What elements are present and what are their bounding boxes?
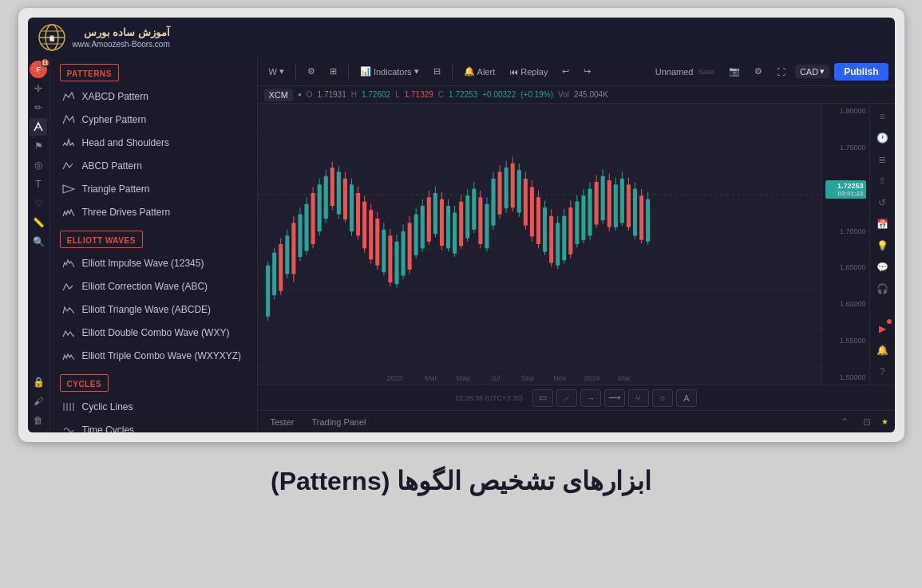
head-shoulders-item[interactable]: Head and Shoulders bbox=[53, 132, 254, 154]
layers-icon[interactable]: ≣ bbox=[873, 150, 892, 169]
clock-icon[interactable]: 🕐 bbox=[873, 128, 892, 148]
pen-icon[interactable]: ✏ bbox=[30, 99, 47, 116]
three-drives-label: Three Drives Pattern bbox=[82, 207, 171, 218]
share-icon[interactable]: ⇧ bbox=[873, 172, 892, 191]
high-val: 1.72602 bbox=[362, 90, 390, 99]
bottom-bar: Tester Trading Panel ⌃ ⊡ ★ bbox=[258, 410, 895, 432]
lightbulb-icon[interactable]: 💡 bbox=[873, 236, 892, 255]
live-dot: ● bbox=[298, 91, 302, 98]
fork-draw-btn[interactable]: ⑂ bbox=[628, 389, 649, 407]
ruler-icon[interactable]: 📏 bbox=[30, 214, 47, 231]
calendar-icon[interactable]: 📅 bbox=[873, 215, 892, 234]
headset-icon[interactable]: 🎧 bbox=[873, 279, 892, 298]
cycles-section-header-wrap: CYCLES bbox=[50, 368, 257, 395]
alert-btn[interactable]: 🔔 Alert bbox=[459, 64, 501, 79]
avatar-icon[interactable]: F 11 bbox=[30, 61, 47, 78]
unnamed-btn[interactable]: Unnamed Save bbox=[651, 65, 719, 79]
undo-btn[interactable]: ↩ bbox=[557, 64, 574, 79]
timeframe-btn[interactable]: W ▾ bbox=[264, 64, 289, 79]
layout-btn[interactable]: ⊞ bbox=[325, 64, 342, 79]
play-icon[interactable]: ▶ bbox=[873, 319, 892, 338]
triple-combo-icon bbox=[61, 349, 76, 363]
elliott-correction-item[interactable]: Elliott Correction Wave (ABC) bbox=[53, 275, 254, 298]
crosshair-icon[interactable]: ✛ bbox=[30, 80, 47, 97]
tester-tab[interactable]: Tester bbox=[264, 416, 301, 428]
chart-svg: 2023 Mar May Jul Sep Nov 2024 Mar bbox=[258, 104, 821, 385]
trading-panel-tab[interactable]: Trading Panel bbox=[305, 416, 372, 428]
replay-btn[interactable]: ⏮ Replay bbox=[505, 65, 552, 79]
collapse-btn[interactable]: ⌃ bbox=[835, 412, 854, 432]
abcd-pattern-item[interactable]: ABCD Pattern bbox=[53, 155, 254, 177]
cyclic-lines-item[interactable]: Cyclic Lines bbox=[53, 396, 254, 418]
redo-btn[interactable]: ↪ bbox=[579, 64, 596, 79]
xabcd-pattern-item[interactable]: XABCD Pattern bbox=[53, 85, 254, 108]
pattern-icon[interactable] bbox=[30, 118, 47, 136]
lock-icon[interactable]: 🔒 bbox=[30, 373, 47, 391]
eye-icon[interactable]: ◎ bbox=[30, 156, 47, 174]
text-draw-btn[interactable]: A bbox=[676, 389, 697, 407]
user-avatar[interactable]: F 11 bbox=[30, 61, 47, 78]
heart-icon[interactable]: ♡ bbox=[30, 195, 47, 212]
chart-canvas[interactable]: 2023 Mar May Jul Sep Nov 2024 Mar bbox=[258, 104, 821, 385]
trash-icon[interactable]: 🗑 bbox=[30, 412, 47, 429]
text-icon[interactable]: T bbox=[30, 176, 47, 193]
svg-text:Nov: Nov bbox=[553, 373, 566, 381]
caption-title: ابزارهای تشخیص الگوها (Patterns) bbox=[271, 466, 651, 496]
elliott-double-combo-item[interactable]: Elliott Double Combo Wave (WXY) bbox=[53, 322, 254, 344]
time-cycles-label: Time Cycles bbox=[82, 424, 135, 432]
layout-grid-btn[interactable]: ⊟ bbox=[429, 64, 445, 79]
xabcd-icon bbox=[61, 89, 76, 104]
xabcd-label: XABCD Pattern bbox=[82, 91, 148, 102]
cypher-label: Cypher Pattern bbox=[82, 114, 147, 125]
chat-icon[interactable]: 💬 bbox=[873, 258, 892, 277]
patterns-section-header: PATTERNS bbox=[60, 64, 119, 81]
magnifier-icon[interactable]: 🔍 bbox=[30, 233, 47, 251]
help-icon[interactable]: ? bbox=[873, 362, 892, 381]
price-level-7: 1.50000 bbox=[825, 373, 866, 381]
main-container: F 11 ✛ ✏ ⚑ ◎ T ♡ 📏 🔍 🔒 🖌 🗑 bbox=[28, 57, 895, 432]
brush-icon[interactable]: 🖌 bbox=[30, 393, 47, 410]
logo-subtitle: www.Amoozesh-Boors.com bbox=[73, 40, 170, 49]
drawing-toolbar: 22:28:36 (UTC+3:30) ▭ ⟋ → ⟿ ⑂ ○ A bbox=[258, 385, 895, 410]
bottom-controls: ⌃ ⊡ bbox=[835, 412, 876, 432]
line-draw-btn[interactable]: ⟋ bbox=[556, 389, 577, 407]
refresh-icon[interactable]: ↺ bbox=[873, 193, 892, 212]
three-drives-icon bbox=[61, 205, 76, 219]
flag-icon[interactable]: ⚑ bbox=[30, 137, 47, 155]
cad-btn[interactable]: CAD ▾ bbox=[795, 65, 829, 78]
circle-draw-btn[interactable]: ○ bbox=[652, 389, 673, 407]
elliott-triangle-label: Elliott Triangle Wave (ABCDE) bbox=[82, 304, 212, 315]
cyclic-lines-label: Cyclic Lines bbox=[82, 401, 133, 412]
arrow-draw-btn[interactable]: → bbox=[580, 389, 601, 407]
timeframe-chevron-icon: ▾ bbox=[279, 66, 284, 77]
three-drives-item[interactable]: Three Drives Pattern bbox=[53, 201, 254, 223]
triangle-icon bbox=[61, 182, 76, 196]
settings-btn[interactable]: ⚙ bbox=[303, 64, 320, 79]
logo-icon: 📈 bbox=[38, 23, 66, 52]
indicators-icon: 📊 bbox=[360, 66, 371, 77]
elliott-double-combo-label: Elliott Double Combo Wave (WXY) bbox=[82, 327, 230, 338]
change-val: +0.00322 bbox=[482, 90, 516, 99]
elliott-impulse-item[interactable]: Elliott Impulse Wave (12345) bbox=[53, 252, 254, 274]
open-label: O bbox=[307, 90, 313, 99]
price-scale: 1.80000 1.75000 1.72253 03:01:23 1.70000… bbox=[821, 104, 869, 385]
notification-icon[interactable]: 🔔 bbox=[873, 341, 892, 360]
timestamp: 22:28:36 (UTC+3:30) bbox=[455, 394, 523, 402]
cypher-pattern-item[interactable]: Cypher Pattern bbox=[53, 109, 254, 131]
trend-draw-btn[interactable]: ⟿ bbox=[604, 389, 625, 407]
elliott-triple-combo-item[interactable]: Elliott Triple Combo Wave (WXYXYZ) bbox=[53, 345, 254, 367]
fullscreen-btn[interactable]: ⛶ bbox=[772, 65, 790, 79]
triangle-pattern-item[interactable]: Triangle Pattern bbox=[53, 178, 254, 200]
chart-type-icon[interactable]: ≡ bbox=[873, 107, 892, 126]
indicators-btn[interactable]: 📊 Indicators ▾ bbox=[355, 64, 424, 79]
rect-draw-btn[interactable]: ▭ bbox=[532, 389, 553, 407]
expand-btn[interactable]: ⊡ bbox=[857, 412, 876, 432]
gear-btn[interactable]: ⚙ bbox=[750, 64, 767, 79]
camera-btn[interactable]: 📷 bbox=[724, 64, 745, 79]
elliott-section-header-wrap: ELLIOTT WAVES bbox=[50, 224, 257, 251]
close-label: C bbox=[438, 90, 444, 99]
publish-button[interactable]: Publish bbox=[834, 63, 888, 81]
toolbar-divider-1 bbox=[295, 65, 296, 79]
elliott-triangle-item[interactable]: Elliott Triangle Wave (ABCDE) bbox=[53, 298, 254, 321]
time-cycles-item[interactable]: Time Cycles bbox=[53, 419, 254, 432]
